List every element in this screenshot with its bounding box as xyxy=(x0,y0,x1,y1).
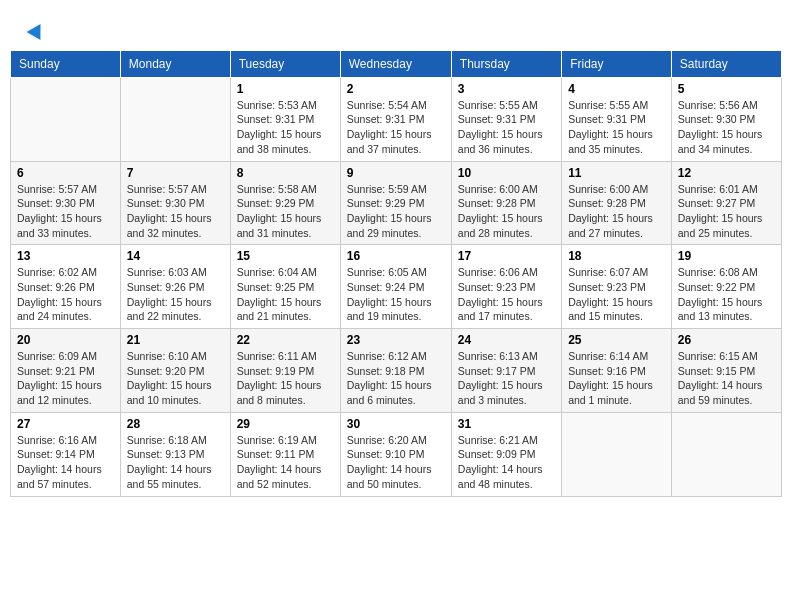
day-info: Sunrise: 6:16 AMSunset: 9:14 PMDaylight:… xyxy=(17,433,114,492)
day-info: Sunrise: 6:13 AMSunset: 9:17 PMDaylight:… xyxy=(458,349,555,408)
day-number: 28 xyxy=(127,417,224,431)
calendar-cell: 1Sunrise: 5:53 AMSunset: 9:31 PMDaylight… xyxy=(230,77,340,161)
calendar-cell xyxy=(671,412,781,496)
day-info: Sunrise: 6:20 AMSunset: 9:10 PMDaylight:… xyxy=(347,433,445,492)
weekday-header-sunday: Sunday xyxy=(11,50,121,77)
calendar-cell: 12Sunrise: 6:01 AMSunset: 9:27 PMDayligh… xyxy=(671,161,781,245)
logo-icon xyxy=(27,20,48,40)
calendar-table: SundayMondayTuesdayWednesdayThursdayFrid… xyxy=(10,50,782,497)
weekday-header-thursday: Thursday xyxy=(451,50,561,77)
day-number: 26 xyxy=(678,333,775,347)
calendar-cell: 3Sunrise: 5:55 AMSunset: 9:31 PMDaylight… xyxy=(451,77,561,161)
logo xyxy=(25,20,45,40)
day-number: 18 xyxy=(568,249,665,263)
day-info: Sunrise: 5:57 AMSunset: 9:30 PMDaylight:… xyxy=(17,182,114,241)
day-number: 27 xyxy=(17,417,114,431)
day-info: Sunrise: 5:55 AMSunset: 9:31 PMDaylight:… xyxy=(568,98,665,157)
day-number: 15 xyxy=(237,249,334,263)
day-info: Sunrise: 6:19 AMSunset: 9:11 PMDaylight:… xyxy=(237,433,334,492)
day-number: 17 xyxy=(458,249,555,263)
day-number: 11 xyxy=(568,166,665,180)
day-info: Sunrise: 6:01 AMSunset: 9:27 PMDaylight:… xyxy=(678,182,775,241)
day-number: 25 xyxy=(568,333,665,347)
day-number: 5 xyxy=(678,82,775,96)
day-info: Sunrise: 6:15 AMSunset: 9:15 PMDaylight:… xyxy=(678,349,775,408)
calendar-cell: 18Sunrise: 6:07 AMSunset: 9:23 PMDayligh… xyxy=(562,245,672,329)
calendar-week-row: 27Sunrise: 6:16 AMSunset: 9:14 PMDayligh… xyxy=(11,412,782,496)
calendar-cell: 19Sunrise: 6:08 AMSunset: 9:22 PMDayligh… xyxy=(671,245,781,329)
calendar-cell: 28Sunrise: 6:18 AMSunset: 9:13 PMDayligh… xyxy=(120,412,230,496)
day-info: Sunrise: 6:14 AMSunset: 9:16 PMDaylight:… xyxy=(568,349,665,408)
calendar-cell: 15Sunrise: 6:04 AMSunset: 9:25 PMDayligh… xyxy=(230,245,340,329)
day-number: 3 xyxy=(458,82,555,96)
day-number: 1 xyxy=(237,82,334,96)
calendar-cell: 29Sunrise: 6:19 AMSunset: 9:11 PMDayligh… xyxy=(230,412,340,496)
day-info: Sunrise: 6:00 AMSunset: 9:28 PMDaylight:… xyxy=(458,182,555,241)
calendar-cell: 26Sunrise: 6:15 AMSunset: 9:15 PMDayligh… xyxy=(671,329,781,413)
day-info: Sunrise: 6:21 AMSunset: 9:09 PMDaylight:… xyxy=(458,433,555,492)
calendar-cell: 11Sunrise: 6:00 AMSunset: 9:28 PMDayligh… xyxy=(562,161,672,245)
day-number: 10 xyxy=(458,166,555,180)
day-number: 14 xyxy=(127,249,224,263)
weekday-header-row: SundayMondayTuesdayWednesdayThursdayFrid… xyxy=(11,50,782,77)
day-number: 31 xyxy=(458,417,555,431)
day-number: 8 xyxy=(237,166,334,180)
calendar-cell xyxy=(11,77,121,161)
weekday-header-saturday: Saturday xyxy=(671,50,781,77)
day-number: 23 xyxy=(347,333,445,347)
calendar-week-row: 13Sunrise: 6:02 AMSunset: 9:26 PMDayligh… xyxy=(11,245,782,329)
weekday-header-friday: Friday xyxy=(562,50,672,77)
calendar-cell: 4Sunrise: 5:55 AMSunset: 9:31 PMDaylight… xyxy=(562,77,672,161)
calendar-cell: 20Sunrise: 6:09 AMSunset: 9:21 PMDayligh… xyxy=(11,329,121,413)
calendar-cell: 17Sunrise: 6:06 AMSunset: 9:23 PMDayligh… xyxy=(451,245,561,329)
page-header xyxy=(10,10,782,45)
day-number: 30 xyxy=(347,417,445,431)
calendar-cell: 6Sunrise: 5:57 AMSunset: 9:30 PMDaylight… xyxy=(11,161,121,245)
calendar-cell: 2Sunrise: 5:54 AMSunset: 9:31 PMDaylight… xyxy=(340,77,451,161)
day-info: Sunrise: 6:07 AMSunset: 9:23 PMDaylight:… xyxy=(568,265,665,324)
day-info: Sunrise: 6:11 AMSunset: 9:19 PMDaylight:… xyxy=(237,349,334,408)
calendar-cell: 13Sunrise: 6:02 AMSunset: 9:26 PMDayligh… xyxy=(11,245,121,329)
day-info: Sunrise: 5:55 AMSunset: 9:31 PMDaylight:… xyxy=(458,98,555,157)
day-number: 20 xyxy=(17,333,114,347)
calendar-cell xyxy=(120,77,230,161)
day-info: Sunrise: 6:02 AMSunset: 9:26 PMDaylight:… xyxy=(17,265,114,324)
calendar-cell: 30Sunrise: 6:20 AMSunset: 9:10 PMDayligh… xyxy=(340,412,451,496)
calendar-week-row: 1Sunrise: 5:53 AMSunset: 9:31 PMDaylight… xyxy=(11,77,782,161)
day-number: 7 xyxy=(127,166,224,180)
day-number: 29 xyxy=(237,417,334,431)
day-number: 2 xyxy=(347,82,445,96)
calendar-week-row: 20Sunrise: 6:09 AMSunset: 9:21 PMDayligh… xyxy=(11,329,782,413)
day-info: Sunrise: 5:54 AMSunset: 9:31 PMDaylight:… xyxy=(347,98,445,157)
calendar-cell: 14Sunrise: 6:03 AMSunset: 9:26 PMDayligh… xyxy=(120,245,230,329)
day-info: Sunrise: 5:53 AMSunset: 9:31 PMDaylight:… xyxy=(237,98,334,157)
day-info: Sunrise: 5:57 AMSunset: 9:30 PMDaylight:… xyxy=(127,182,224,241)
day-number: 9 xyxy=(347,166,445,180)
calendar-cell: 8Sunrise: 5:58 AMSunset: 9:29 PMDaylight… xyxy=(230,161,340,245)
day-number: 21 xyxy=(127,333,224,347)
day-number: 6 xyxy=(17,166,114,180)
day-number: 19 xyxy=(678,249,775,263)
day-number: 12 xyxy=(678,166,775,180)
day-info: Sunrise: 6:04 AMSunset: 9:25 PMDaylight:… xyxy=(237,265,334,324)
calendar-cell: 9Sunrise: 5:59 AMSunset: 9:29 PMDaylight… xyxy=(340,161,451,245)
day-info: Sunrise: 6:10 AMSunset: 9:20 PMDaylight:… xyxy=(127,349,224,408)
day-info: Sunrise: 6:06 AMSunset: 9:23 PMDaylight:… xyxy=(458,265,555,324)
calendar-cell: 31Sunrise: 6:21 AMSunset: 9:09 PMDayligh… xyxy=(451,412,561,496)
day-info: Sunrise: 6:18 AMSunset: 9:13 PMDaylight:… xyxy=(127,433,224,492)
calendar-cell: 16Sunrise: 6:05 AMSunset: 9:24 PMDayligh… xyxy=(340,245,451,329)
weekday-header-monday: Monday xyxy=(120,50,230,77)
day-number: 22 xyxy=(237,333,334,347)
calendar-cell: 27Sunrise: 6:16 AMSunset: 9:14 PMDayligh… xyxy=(11,412,121,496)
day-info: Sunrise: 6:00 AMSunset: 9:28 PMDaylight:… xyxy=(568,182,665,241)
day-number: 16 xyxy=(347,249,445,263)
calendar-cell xyxy=(562,412,672,496)
calendar-cell: 24Sunrise: 6:13 AMSunset: 9:17 PMDayligh… xyxy=(451,329,561,413)
calendar-cell: 5Sunrise: 5:56 AMSunset: 9:30 PMDaylight… xyxy=(671,77,781,161)
day-info: Sunrise: 6:08 AMSunset: 9:22 PMDaylight:… xyxy=(678,265,775,324)
day-info: Sunrise: 6:05 AMSunset: 9:24 PMDaylight:… xyxy=(347,265,445,324)
day-number: 4 xyxy=(568,82,665,96)
calendar-cell: 23Sunrise: 6:12 AMSunset: 9:18 PMDayligh… xyxy=(340,329,451,413)
calendar-cell: 21Sunrise: 6:10 AMSunset: 9:20 PMDayligh… xyxy=(120,329,230,413)
day-number: 13 xyxy=(17,249,114,263)
